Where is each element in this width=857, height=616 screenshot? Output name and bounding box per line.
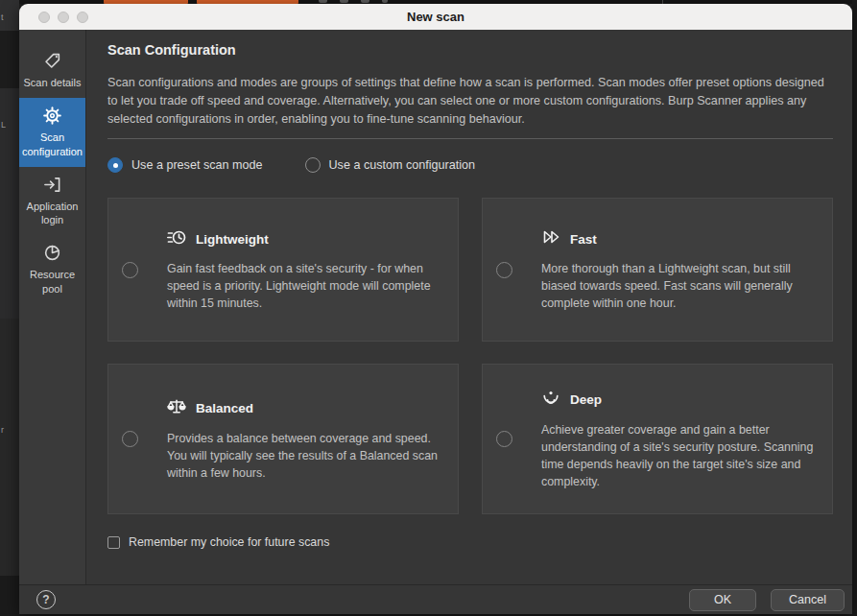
sidebar-item-scan-details[interactable]: Scan details	[19, 43, 85, 98]
background-text-fragment: L	[1, 121, 6, 130]
fast-radio[interactable]	[496, 262, 512, 278]
help-icon[interactable]: ?	[36, 590, 56, 609]
cancel-button[interactable]: Cancel	[771, 589, 845, 611]
checkbox-unchecked-icon[interactable]	[107, 536, 120, 549]
mode-card-deep[interactable]: Deep Achieve greater coverage and gain a…	[482, 364, 833, 514]
dialog-body: Scan details	[19, 30, 852, 584]
pie-chart-icon	[43, 244, 61, 262]
dialog-title: New scan	[19, 10, 852, 24]
radio-label: Use a custom configuration	[329, 158, 476, 172]
card-title: Deep	[570, 392, 602, 407]
scales-icon	[167, 397, 186, 420]
card-title-row: Fast	[541, 227, 815, 250]
window-controls	[38, 12, 88, 23]
balanced-radio[interactable]	[122, 431, 138, 447]
background-left-segment	[0, 576, 19, 616]
dialog-sidebar: Scan details	[19, 30, 86, 584]
card-description: Achieve greater coverage and gain a bett…	[541, 421, 815, 490]
card-text: Lightweight Gain fast feedback on a site…	[167, 227, 458, 312]
background-text-fragment: r	[1, 426, 4, 435]
card-text: Balanced Provides a balance between cove…	[167, 397, 458, 482]
sidebar-item-label: Scan details	[24, 76, 82, 89]
login-icon	[43, 176, 61, 194]
sidebar-item-label: Scan configuration	[20, 130, 84, 158]
depth-icon	[541, 389, 560, 412]
radio-unselected-icon[interactable]	[305, 157, 321, 173]
card-description: Gain fast feedback on a site's security …	[167, 260, 440, 312]
card-description: More thorough than a Lightweight scan, b…	[541, 260, 815, 312]
radio-selected-icon[interactable]	[107, 157, 123, 173]
checkbox-label: Remember my choice for future scans	[129, 535, 329, 549]
gear-icon	[43, 107, 61, 125]
sidebar-item-label: Application login	[20, 200, 84, 227]
background-toolbar-icon	[340, 0, 348, 3]
card-text: Deep Achieve greater coverage and gain a…	[541, 389, 832, 490]
mode-card-balanced[interactable]: Balanced Provides a balance between cove…	[107, 364, 459, 514]
mode-card-lightweight[interactable]: Lightweight Gain fast feedback on a site…	[107, 198, 459, 342]
radio-label: Use a preset scan mode	[131, 158, 263, 172]
background-toolbar-icon	[361, 0, 369, 3]
card-title: Lightweight	[196, 232, 269, 247]
sidebar-item-scan-configuration[interactable]: Scan configuration	[19, 98, 85, 167]
lightweight-radio[interactable]	[122, 262, 138, 278]
background-toolbar-icon	[319, 0, 327, 3]
background-left-edge: t L r	[0, 0, 19, 616]
ok-button[interactable]: OK	[689, 589, 756, 611]
custom-configuration-radio[interactable]: Use a custom configuration	[305, 157, 476, 173]
card-title: Fast	[570, 232, 597, 247]
panel-description: Scan configurations and modes are groups…	[107, 74, 833, 129]
card-text: Fast More thorough than a Lightweight sc…	[541, 227, 832, 312]
divider	[107, 138, 833, 139]
card-description: Provides a balance between coverage and …	[167, 430, 440, 482]
background-left-segment	[0, 31, 19, 88]
sidebar-item-label: Resource pool	[20, 268, 84, 296]
fast-forward-icon	[541, 227, 560, 250]
lightweight-clock-icon	[167, 227, 186, 250]
card-title-row: Lightweight	[167, 227, 440, 250]
tag-icon	[43, 52, 61, 70]
mode-card-fast[interactable]: Fast More thorough than a Lightweight sc…	[482, 198, 833, 342]
dialog-footer: ? OK Cancel	[19, 584, 852, 614]
remember-choice-checkbox-row[interactable]: Remember my choice for future scans	[107, 535, 833, 549]
mode-selection-group: Use a preset scan mode Use a custom conf…	[107, 157, 833, 173]
preset-scan-mode-radio[interactable]: Use a preset scan mode	[107, 157, 263, 173]
close-window-icon[interactable]	[38, 12, 50, 23]
new-scan-dialog: New scan Scan details	[19, 4, 852, 614]
sidebar-item-resource-pool[interactable]: Resource pool	[19, 235, 85, 304]
background-right-edge	[852, 0, 857, 616]
scan-configuration-panel: Scan Configuration Scan configurations a…	[86, 30, 852, 584]
scan-mode-cards: Lightweight Gain fast feedback on a site…	[107, 198, 833, 514]
dialog-titlebar[interactable]: New scan	[19, 4, 852, 30]
deep-radio[interactable]	[496, 431, 512, 447]
card-title-row: Balanced	[167, 397, 440, 420]
sidebar-item-application-login[interactable]: Application login	[19, 167, 85, 236]
minimize-window-icon[interactable]	[58, 12, 69, 23]
card-title: Balanced	[196, 401, 253, 415]
background-toolbar-icon	[382, 0, 388, 3]
card-title-row: Deep	[541, 389, 815, 412]
page-title: Scan Configuration	[107, 42, 833, 58]
zoom-window-icon[interactable]	[77, 12, 88, 23]
background-text-fragment: t	[1, 13, 4, 22]
